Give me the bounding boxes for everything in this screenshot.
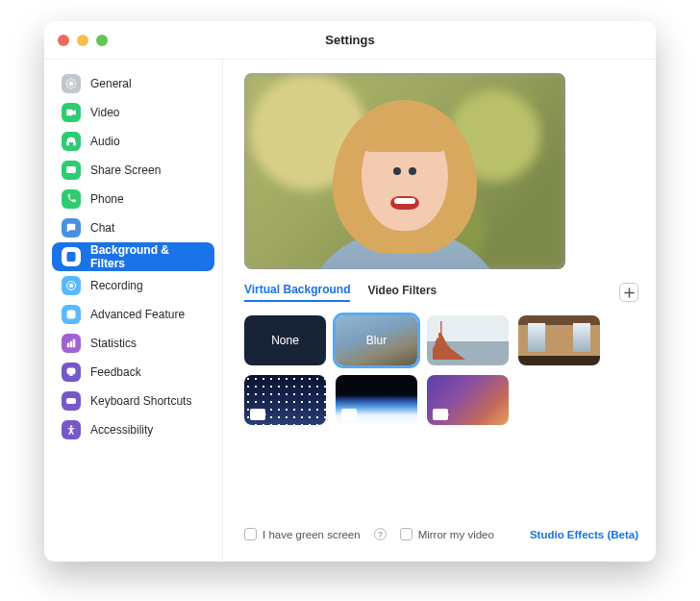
sidebar-item-feedback[interactable]: Feedback: [52, 358, 214, 387]
mirror-video-checkbox[interactable]: Mirror my video: [400, 528, 494, 540]
sidebar-item-video[interactable]: Video: [52, 98, 214, 127]
svg-rect-1: [67, 142, 69, 145]
feedback-icon: [62, 363, 81, 382]
sidebar-item-label: Phone: [90, 192, 124, 206]
body: GeneralVideoAudioShare ScreenPhoneChatBa…: [44, 60, 656, 562]
sidebar-item-accessibility[interactable]: Accessibility: [52, 415, 214, 444]
sidebar-item-background-filters[interactable]: Background & Filters: [52, 242, 214, 271]
footer: I have green screen ? Mirror my video St…: [244, 518, 638, 554]
background-thumb-gradient[interactable]: [427, 375, 509, 425]
background-thumb-room[interactable]: [518, 315, 600, 365]
svg-rect-12: [67, 368, 75, 374]
sidebar-item-recording[interactable]: Recording: [52, 271, 214, 300]
sidebar-item-label: General: [90, 77, 132, 90]
green-screen-label: I have green screen: [262, 529, 361, 540]
settings-window: Settings GeneralVideoAudioShare ScreenPh…: [44, 21, 656, 562]
video-badge-icon: [433, 409, 448, 420]
background-thumb-earth[interactable]: [336, 375, 417, 425]
background-thumb-blur[interactable]: Blur: [336, 315, 417, 365]
main-panel: Virtual Background Video Filters NoneBlu…: [223, 60, 656, 562]
sidebar-item-chat[interactable]: Chat: [52, 213, 214, 242]
plus-square-icon: [62, 305, 81, 324]
svg-rect-10: [70, 341, 72, 347]
sidebar-item-keyboard-shortcuts[interactable]: Keyboard Shortcuts: [52, 387, 214, 415]
sidebar-item-label: Audio: [90, 135, 120, 148]
sidebar-item-phone[interactable]: Phone: [52, 185, 214, 213]
sidebar: GeneralVideoAudioShare ScreenPhoneChatBa…: [44, 60, 223, 562]
sidebar-item-label: Keyboard Shortcuts: [90, 394, 191, 408]
keyboard-icon: [62, 391, 81, 411]
sidebar-item-label: Video: [90, 106, 119, 119]
share-icon: [62, 161, 81, 180]
phone-icon: [62, 189, 81, 209]
sidebar-item-label: Statistics: [90, 337, 137, 350]
add-background-button[interactable]: [619, 283, 638, 302]
sidebar-item-label: Recording: [90, 279, 143, 292]
video-icon: [62, 103, 81, 122]
sidebar-item-label: Feedback: [90, 365, 141, 379]
sidebar-item-advanced-feature[interactable]: Advanced Feature: [52, 300, 214, 329]
video-badge-icon: [250, 409, 265, 420]
background-thumb-label: Blur: [366, 334, 387, 347]
svg-point-14: [70, 426, 72, 428]
svg-point-7: [69, 284, 73, 288]
studio-effects-link[interactable]: Studio Effects (Beta): [530, 529, 638, 540]
green-screen-help-icon[interactable]: ?: [374, 528, 387, 540]
headphones-icon: [62, 132, 81, 151]
background-grid: NoneBlur: [244, 315, 638, 425]
chat-icon: [62, 218, 81, 238]
sidebar-item-general[interactable]: General: [52, 69, 214, 98]
window-title: Settings: [44, 33, 656, 47]
svg-rect-2: [74, 142, 76, 145]
sidebar-item-label: Advanced Feature: [90, 308, 185, 321]
video-preview: [244, 73, 565, 269]
svg-rect-0: [67, 110, 73, 115]
sidebar-item-label: Background & Filters: [90, 243, 205, 270]
svg-rect-9: [67, 343, 69, 347]
gear-icon: [62, 74, 81, 93]
svg-rect-13: [67, 399, 76, 404]
accessibility-icon: [62, 420, 81, 439]
sidebar-item-label: Share Screen: [90, 163, 161, 177]
tab-video-filters[interactable]: Video Filters: [367, 284, 437, 301]
titlebar: Settings: [44, 21, 656, 60]
svg-point-5: [70, 255, 73, 258]
portrait-icon: [62, 247, 81, 266]
background-thumb-label: None: [271, 334, 299, 347]
video-badge-icon: [341, 409, 357, 420]
record-icon: [62, 276, 81, 295]
stats-icon: [62, 334, 81, 353]
sidebar-item-label: Chat: [90, 221, 114, 235]
mirror-video-label: Mirror my video: [418, 529, 494, 540]
green-screen-checkbox[interactable]: I have green screen: [244, 528, 361, 540]
background-thumb-stars[interactable]: [244, 375, 326, 425]
background-thumb-bridge[interactable]: [427, 315, 509, 365]
svg-rect-11: [73, 339, 75, 347]
sidebar-item-label: Accessibility: [90, 423, 153, 437]
sidebar-item-audio[interactable]: Audio: [52, 127, 214, 156]
background-thumb-none[interactable]: None: [244, 315, 326, 365]
sidebar-item-statistics[interactable]: Statistics: [52, 329, 214, 358]
tab-row: Virtual Background Video Filters: [244, 283, 638, 302]
sidebar-item-share-screen[interactable]: Share Screen: [52, 156, 214, 185]
tab-virtual-background[interactable]: Virtual Background: [244, 283, 350, 302]
